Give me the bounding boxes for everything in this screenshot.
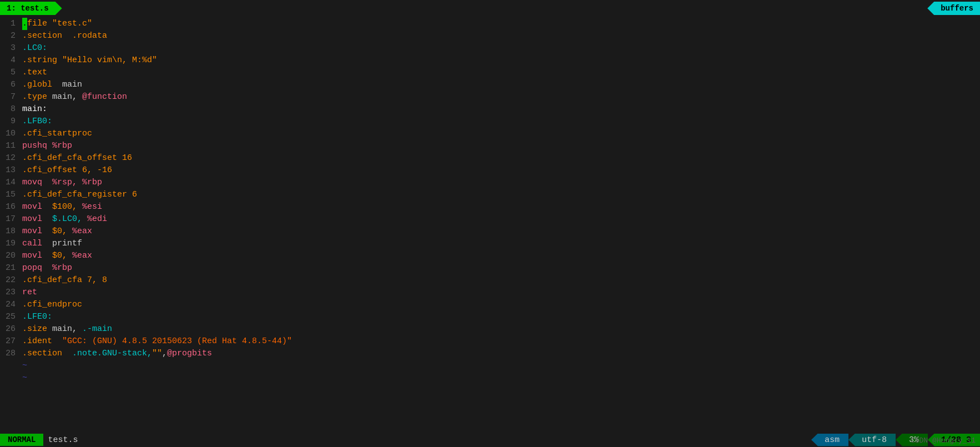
line-number: 22 [2, 274, 22, 287]
line-number: 4 [2, 54, 22, 67]
line-content: movl $0, %eax [22, 250, 92, 262]
line-content: .string "Hello vim\n, M:%d" [22, 54, 157, 67]
table-row: 11pushq %rbp [0, 140, 980, 152]
table-row: 1.file "test.c" [0, 18, 980, 30]
table-row: 10.cfi_startproc [0, 128, 980, 140]
table-row: 26.size main, .-main [0, 323, 980, 335]
line-number: 7 [2, 91, 22, 103]
table-row: 8main: [0, 103, 980, 115]
line-number: 11 [2, 140, 22, 152]
table-row: 16movl $100, %esi [0, 201, 980, 213]
line-content: .section .note.GNU-stack,"",@progbits [22, 348, 212, 360]
line-number: 17 [2, 213, 22, 225]
line-content: movl $0, %eax [22, 225, 92, 238]
table-row: 9.LFB0: [0, 115, 980, 128]
buffers-button[interactable]: buffers [927, 2, 980, 15]
tilde-line: ~ [0, 372, 980, 384]
line-content: .cfi_def_cfa_register 6 [22, 189, 137, 201]
line-content: call printf [22, 238, 82, 250]
line-content: pushq %rbp [22, 140, 72, 152]
table-row: 19call printf [0, 238, 980, 250]
line-number: 10 [2, 128, 22, 140]
line-content: .type main, @function [22, 91, 127, 103]
table-row: 21popq %rbp [0, 262, 980, 274]
line-number: 27 [2, 335, 22, 348]
line-content: .cfi_def_cfa 7, 8 [22, 274, 107, 287]
line-content: .LFE0: [22, 311, 52, 323]
table-row: 28.section .note.GNU-stack,"",@progbits [0, 348, 980, 360]
editor-container: 1: test.s buffers 1.file "test.c"2.secti… [0, 0, 980, 447]
table-row: 2.section .rodata [0, 30, 980, 42]
table-row: 22.cfi_def_cfa 7, 8 [0, 274, 980, 287]
tab-bar: 1: test.s buffers [0, 0, 980, 17]
encoding-badge: utf-8 [848, 434, 896, 446]
line-number: 26 [2, 323, 22, 335]
table-row: 13.cfi_offset 6, -16 [0, 164, 980, 177]
line-number: 23 [2, 287, 22, 299]
table-row: 3.LC0: [0, 42, 980, 54]
mode-badge: NORMAL [0, 434, 43, 446]
line-number: 16 [2, 201, 22, 213]
line-content: .file "test.c" [22, 18, 92, 30]
line-number: 3 [2, 42, 22, 54]
table-row: 12.cfi_def_cfa_offset 16 [0, 152, 980, 164]
line-content: .ident "GCC: (GNU) 4.8.5 20150623 (Red H… [22, 335, 292, 348]
tilde-line: ~ [0, 360, 980, 372]
table-row: 4.string "Hello vim\n, M:%d" [0, 54, 980, 67]
table-row: 15.cfi_def_cfa_register 6 [0, 189, 980, 201]
table-row: 27.ident "GCC: (GNU) 4.8.5 20150623 (Red… [0, 335, 980, 348]
line-number: 13 [2, 164, 22, 177]
table-row: 18movl $0, %eax [0, 225, 980, 238]
table-row: 5.text [0, 67, 980, 79]
line-content: movl $.LC0, %edi [22, 213, 107, 225]
line-content: .cfi_def_cfa_offset 16 [22, 152, 132, 164]
line-content: .section .rodata [22, 30, 107, 42]
line-content: .size main, .-main [22, 323, 112, 335]
filetype-badge: asm [811, 434, 848, 446]
line-number: 18 [2, 225, 22, 238]
line-content: .text [22, 67, 47, 79]
table-row: 25.LFE0: [0, 311, 980, 323]
table-row: 6.globl main [0, 79, 980, 91]
filename-status: test.s [48, 435, 811, 445]
watermark: CSDN @Hungry_11 [911, 436, 976, 445]
line-number: 28 [2, 348, 22, 360]
line-content: .LFB0: [22, 115, 52, 128]
line-number: 1 [2, 18, 22, 30]
line-content: .globl main [22, 79, 82, 91]
line-number: 6 [2, 79, 22, 91]
line-number: 2 [2, 30, 22, 42]
table-row: 7.type main, @function [0, 91, 980, 103]
line-number: 20 [2, 250, 22, 262]
line-content: movl $100, %esi [22, 201, 102, 213]
line-content: .cfi_startproc [22, 128, 92, 140]
line-number: 12 [2, 152, 22, 164]
line-content: popq %rbp [22, 262, 72, 274]
line-number: 21 [2, 262, 22, 274]
table-row: 14movq %rsp, %rbp [0, 177, 980, 189]
line-content: main: [22, 103, 47, 115]
line-number: 9 [2, 115, 22, 128]
line-content: .LC0: [22, 42, 47, 54]
line-number: 25 [2, 311, 22, 323]
line-content: ret [22, 287, 37, 299]
table-row: 23ret [0, 287, 980, 299]
code-area: 1.file "test.c"2.section .rodata3.LC0:4.… [0, 17, 980, 433]
line-content: movq %rsp, %rbp [22, 177, 102, 189]
table-row: 24.cfi_endproc [0, 299, 980, 311]
line-number: 14 [2, 177, 22, 189]
table-row: 17movl $.LC0, %edi [0, 213, 980, 225]
active-tab[interactable]: 1: test.s [0, 2, 62, 15]
line-number: 24 [2, 299, 22, 311]
line-number: 5 [2, 67, 22, 79]
status-bar: NORMAL test.s asm utf-8 3% 1/28 3 [0, 433, 980, 447]
table-row: 20movl $0, %eax [0, 250, 980, 262]
line-content: .cfi_endproc [22, 299, 82, 311]
line-number: 15 [2, 189, 22, 201]
line-content: .cfi_offset 6, -16 [22, 164, 112, 177]
line-number: 19 [2, 238, 22, 250]
line-number: 8 [2, 103, 22, 115]
